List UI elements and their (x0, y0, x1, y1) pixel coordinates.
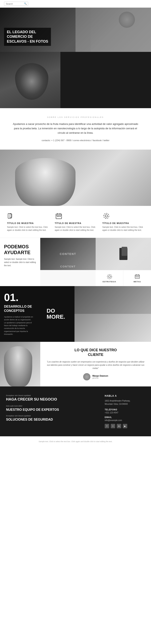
do-more-text: DO MORE. (45, 306, 67, 322)
footer-email-label: EMAIL (105, 416, 145, 418)
search-icon: 🔍 (24, 2, 27, 5)
footer-left: Excepteur sint Oecat cupidatat HAGA CREC… (6, 394, 97, 428)
footer-contact-title: HABLA A (105, 394, 145, 397)
svg-point-13 (108, 276, 110, 278)
strategy-box: ESTRATEGIA (96, 270, 123, 286)
footer-heading-3: SOLUCIONES DE SEGURIDAD (6, 418, 97, 422)
can-help-title: PODEMOS AYUDARTE (4, 244, 36, 256)
goals-label: METAS (134, 281, 141, 283)
footer-heading-1: HAGA CRECER SU NEGOCIO (6, 397, 97, 402)
testimonial-author: Margo Dawson gerente (46, 373, 145, 380)
author-info: Margo Dawson gerente (92, 374, 108, 379)
portrait-image (0, 52, 60, 108)
portrait-section (0, 52, 151, 108)
svg-point-3 (11, 217, 11, 218)
facebook-icon[interactable]: f (105, 424, 109, 428)
phone-tablet-icon (7, 212, 15, 220)
icon-desc-3: Sample text. Click to select the text bo… (102, 226, 144, 232)
author-role: gerente (92, 377, 108, 379)
hero-text-box: EL LEGADO DEL COMERCIO DE ESCLAVOS - EN … (4, 28, 51, 46)
big-photo-bg (0, 150, 151, 206)
icon-title-1: TÍTULO DE MUESTRA (7, 222, 49, 224)
testimonial-content: LO QUE DICE NUESTRO CLIENTE "Los coaches… (40, 342, 151, 387)
bottom-sample-text: Sample text. Click to select the text bo… (4, 440, 147, 443)
svg-point-11 (105, 215, 107, 217)
footer-heading-2: NUESTRO EQUIPO DE EXPERTOS (6, 408, 97, 412)
about-contact: contacto: + 1 (234) 567 - 8900 / correo … (12, 139, 139, 142)
icon-pair: ESTRATEGIA METAS (96, 270, 151, 286)
development-desc: Ayudamos a traducir el propósito en acci… (4, 316, 33, 336)
footer-email: info@example.com (105, 419, 145, 422)
icon-title-2: TÍTULO DE MUESTRA (55, 222, 96, 224)
hero-section: EL LEGADO DEL COMERCIO DE ESCLAVOS - EN … (0, 8, 151, 52)
development-photo-bottom (74, 314, 151, 342)
youtube-icon[interactable]: ▶ (123, 424, 127, 428)
icon-title-3: TÍTULO DE MUESTRA (102, 222, 144, 224)
footer-phone-label: TELÉFONO (105, 408, 145, 411)
svg-rect-8 (57, 216, 58, 217)
development-photo-top (74, 286, 151, 314)
can-help-section: PODEMOS AYUDARTE Sample text. Sample tex… (0, 238, 151, 286)
icon-item-3: TÍTULO DE MUESTRA Sample text. Click to … (99, 212, 147, 232)
svg-rect-21 (138, 277, 139, 277)
footer: Excepteur sint Oecat cupidatat HAGA CREC… (0, 386, 151, 436)
goals-icon (134, 274, 140, 280)
footer-right: HABLA A 1602 Amphitheatre Parkway, Mount… (105, 394, 145, 428)
icon-desc-1: Sample text. Click to select the text bo… (7, 226, 49, 232)
icons-row: TÍTULO DE MUESTRA Sample text. Click to … (0, 206, 151, 238)
icon-desc-2: Sample text. Click to select the text bo… (55, 226, 96, 232)
testimonial-person-image (0, 342, 40, 387)
content-label: CONTENT (60, 265, 76, 268)
icon-item-1: TÍTULO DE MUESTRA Sample text. Click to … (4, 212, 52, 232)
about-text: Ayudamos a sacar provecho de la fruta ma… (12, 122, 139, 135)
testimonial-section: LO QUE DICE NUESTRO CLIENTE "Los coaches… (0, 342, 151, 387)
header: 🔍 (0, 0, 151, 8)
search-input[interactable] (6, 2, 24, 5)
tags-image (96, 238, 151, 270)
search-box[interactable]: 🔍 (4, 2, 28, 6)
portrait-right-dark (60, 52, 151, 108)
svg-rect-1 (10, 214, 12, 218)
can-help-desc: Sample text. Sample text. Click to selec… (4, 258, 36, 267)
development-left: 01. DESARROLLO DE CONCEPTOS Ayudamos a t… (0, 286, 37, 342)
laptop-image: CONTENT (40, 238, 96, 270)
svg-point-2 (10, 217, 10, 218)
development-photos (74, 286, 151, 342)
about-section: SOBRE LOS SERVICIOS PROFESIONALES Ayudam… (0, 108, 151, 150)
hero-title: EL LEGADO DEL COMERCIO DE ESCLAVOS - EN … (7, 30, 48, 44)
development-number: 01. (4, 292, 33, 302)
can-help-bottom-left (40, 270, 96, 286)
svg-point-12 (104, 213, 109, 218)
bottom-sample: Sample text. Click to select the text bo… (0, 436, 151, 447)
footer-phone: +321 123-4547 (105, 412, 145, 414)
svg-rect-20 (137, 277, 137, 277)
svg-rect-19 (136, 277, 136, 277)
testimonial-quote: "Los coaches de negocios suelen ser empr… (46, 360, 145, 370)
svg-point-14 (107, 274, 112, 279)
svg-rect-10 (60, 216, 61, 217)
about-subtitle: SOBRE LOS SERVICIOS PROFESIONALES (12, 116, 139, 118)
can-help-left: PODEMOS AYUDARTE Sample text. Sample tex… (0, 238, 40, 286)
icon-item-2: TÍTULO DE MUESTRA Sample text. Click to … (52, 212, 99, 232)
social-icons: f t in ▶ (105, 424, 145, 428)
linkedin-icon[interactable]: in (117, 424, 121, 428)
development-title: DESARROLLO DE CONCEPTOS (4, 304, 33, 313)
author-avatar (83, 373, 90, 380)
strategy-label: ESTRATEGIA (103, 281, 116, 283)
can-help-images: CONTENT ESTRATEGIA (40, 238, 151, 286)
do-more-box: DO MORE. (37, 286, 74, 342)
twitter-icon[interactable]: t (111, 424, 115, 428)
testimonial-heading: LO QUE DICE NUESTRO CLIENTE (46, 348, 145, 357)
gear-icon-main (102, 212, 110, 220)
footer-label-2: Duis aute irure dolor (6, 405, 97, 407)
footer-label-3: Excepteur sint Oecat cupidatat (6, 415, 97, 417)
big-photo-section (0, 150, 151, 206)
footer-label-1: Excepteur sint Oecat cupidatat (6, 394, 97, 396)
calendar-icon (55, 212, 63, 220)
author-name: Margo Dawson (92, 374, 108, 377)
strategy-icon (107, 274, 112, 280)
svg-rect-9 (58, 216, 59, 217)
footer-address: 1602 Amphitheatre Parkway, Mountain View… (105, 399, 145, 406)
goals-box: METAS (123, 270, 151, 286)
development-section: 01. DESARROLLO DE CONCEPTOS Ayudamos a t… (0, 286, 151, 342)
